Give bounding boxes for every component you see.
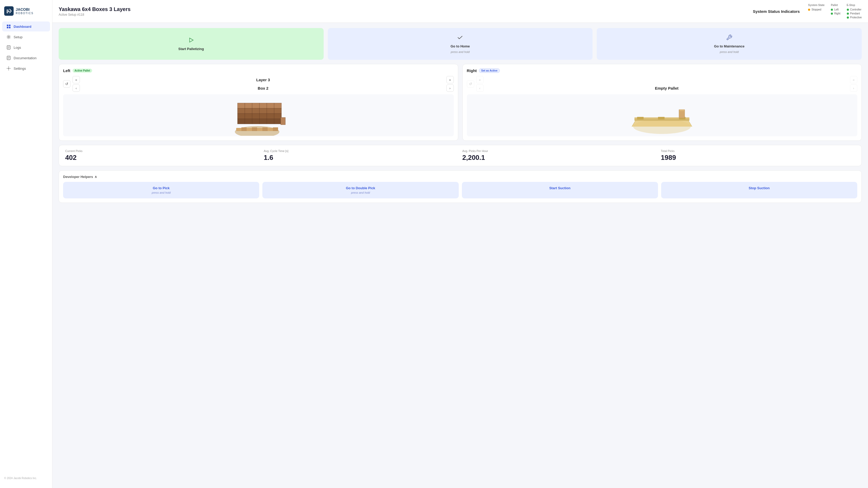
svg-rect-53 — [658, 117, 664, 119]
svg-rect-46 — [267, 103, 274, 108]
sidebar-item-setup[interactable]: Setup — [2, 32, 50, 42]
right-pallet-title-label: Empty Pallet — [485, 86, 849, 90]
svg-rect-40 — [267, 108, 274, 113]
go-to-double-pick-label: Go to Double Pick — [346, 186, 375, 190]
right-box-back-button[interactable]: ‹ — [476, 84, 484, 92]
logo: JACOBI ROBOTICS — [0, 4, 52, 21]
go-to-maintenance-sublabel: press and hold — [720, 50, 739, 54]
sidebar-footer: © 2024 Jacobi Robotics Inc. — [0, 472, 52, 484]
left-pallet-badge: Active Pallet — [72, 69, 92, 73]
wrench-icon — [726, 34, 732, 42]
sidebar-label-dashboard: Dashboard — [13, 25, 31, 29]
stop-suction-button[interactable]: Stop Suction — [661, 182, 857, 198]
svg-rect-31 — [245, 113, 252, 119]
svg-point-7 — [8, 36, 9, 38]
pallet-right-label: Right — [834, 12, 840, 15]
control-buttons-row: Start Palletizing Go to Home press and h… — [59, 28, 862, 60]
box-label: Box 2 — [81, 86, 445, 90]
estop-pendant-dot — [847, 12, 849, 15]
right-pallet-card: Right Set as Active ↺ « » ‹ Emp — [462, 64, 862, 141]
layer-label: Layer 3 — [81, 78, 445, 82]
current-picks-value: 402 — [65, 153, 259, 162]
estop-title: E-Stop — [847, 4, 862, 6]
box-forward-button[interactable]: › — [446, 84, 454, 92]
svg-rect-22 — [262, 127, 268, 131]
checkmark-icon — [457, 34, 463, 42]
stopped-label: Stopped — [811, 8, 821, 11]
right-pallet-nav: ↺ « » ‹ Empty Pallet › — [467, 76, 858, 92]
sidebar: JACOBI ROBOTICS Dashboard Setup Logs — [0, 0, 52, 488]
estop-controller-dot — [847, 9, 849, 11]
svg-rect-43 — [245, 103, 252, 108]
layer-nav-row: « Layer 3 » — [72, 76, 454, 83]
set-as-active-button[interactable]: Set as Active — [479, 68, 500, 73]
layer-double-forward-button[interactable]: » — [446, 76, 454, 83]
svg-rect-28 — [267, 119, 274, 124]
go-to-home-sublabel: press and hold — [451, 50, 469, 54]
svg-rect-34 — [267, 113, 274, 119]
sidebar-item-dashboard[interactable]: Dashboard — [2, 22, 50, 31]
right-pallet-svg — [630, 95, 693, 136]
sidebar-item-logs[interactable]: Logs — [2, 42, 50, 52]
svg-rect-44 — [252, 103, 259, 108]
go-to-pick-label: Go to Pick — [153, 186, 169, 190]
go-to-pick-button[interactable]: Go to Pick press and hold — [63, 182, 259, 198]
svg-rect-32 — [252, 113, 259, 119]
page-title: Yaskawa 6x4 Boxes 3 Layers — [59, 6, 131, 12]
left-pallet-header: Left Active Pallet — [63, 68, 454, 73]
brand-sub: ROBOTICS — [16, 12, 33, 15]
developer-helpers-section: Developer Helpers ∧ Go to Pick press and… — [59, 170, 862, 203]
svg-rect-3 — [7, 25, 8, 26]
box-back-button[interactable]: ‹ — [72, 84, 80, 92]
left-reset-button[interactable]: ↺ — [63, 80, 70, 88]
go-to-pick-sublabel: press and hold — [152, 191, 171, 194]
box-nav-row: ‹ Box 2 › — [72, 84, 454, 92]
estop-protective: Protective — [847, 16, 862, 19]
left-pallet-svg — [229, 95, 287, 136]
layer-double-back-button[interactable]: « — [72, 76, 80, 83]
svg-rect-37 — [245, 108, 252, 113]
svg-rect-45 — [259, 103, 267, 108]
developer-helpers-toggle[interactable]: Developer Helpers ∧ — [63, 175, 857, 179]
sidebar-label-settings: Settings — [13, 66, 26, 70]
right-reset-button[interactable]: ↺ — [467, 80, 474, 88]
start-suction-button[interactable]: Start Suction — [462, 182, 658, 198]
dashboard-content: Start Palletizing Go to Home press and h… — [52, 23, 868, 488]
go-to-maintenance-button[interactable]: Go to Maintenance press and hold — [597, 28, 862, 60]
left-pallet-title: Left — [63, 68, 70, 73]
total-picks-value: 1989 — [661, 153, 855, 162]
start-palletizing-button[interactable]: Start Palletizing — [59, 28, 323, 60]
sidebar-label-setup: Setup — [13, 35, 23, 39]
go-to-double-pick-button[interactable]: Go to Double Pick press and hold — [262, 182, 459, 198]
svg-rect-35 — [274, 113, 281, 119]
svg-rect-2 — [6, 12, 8, 13]
pallet-left: Left — [831, 8, 840, 11]
play-icon — [188, 37, 194, 45]
pallets-row: Left Active Pallet ↺ « Layer 3 » ‹ — [59, 64, 862, 141]
setup-icon — [6, 35, 11, 39]
go-to-home-label: Go to Home — [451, 44, 470, 48]
avg-picks-per-hour-value: 2,200.1 — [462, 153, 657, 162]
sidebar-item-settings[interactable]: Settings — [2, 63, 50, 74]
estop-protective-label: Protective — [850, 16, 862, 19]
right-pallet-visualization — [467, 94, 858, 136]
header-info: Yaskawa 6x4 Boxes 3 Layers Active Setup … — [59, 6, 131, 17]
sidebar-item-documentation[interactable]: Documentation — [2, 53, 50, 63]
metrics-section: Current Picks 402 Avg. Cycle Time [s] 1.… — [59, 145, 862, 166]
svg-rect-38 — [252, 108, 259, 113]
pallet-left-label: Left — [834, 8, 839, 11]
svg-rect-25 — [245, 119, 252, 124]
system-state-title: System State — [808, 4, 825, 6]
sidebar-label-documentation: Documentation — [13, 56, 36, 60]
svg-rect-26 — [252, 119, 259, 124]
right-layer-double-back-button[interactable]: « — [476, 76, 484, 83]
right-pallet-title: Right — [467, 68, 477, 73]
right-box-forward-button[interactable]: › — [850, 84, 857, 92]
svg-rect-30 — [238, 113, 245, 119]
logo-icon — [4, 6, 13, 16]
estop-group: E-Stop Controller Pendant Protective — [847, 4, 862, 19]
system-state-stopped: Stopped — [808, 8, 825, 11]
right-layer-double-forward-button[interactable]: » — [850, 76, 857, 83]
go-to-home-button[interactable]: Go to Home press and hold — [328, 28, 593, 60]
start-palletizing-label: Start Palletizing — [178, 47, 204, 51]
